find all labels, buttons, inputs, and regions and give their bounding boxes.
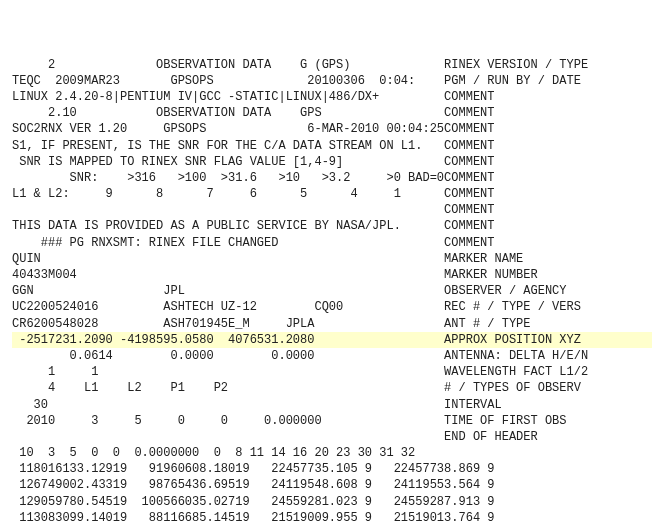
rinex-line-17: -2517231.2090 -4198595.0580 4076531.2080…: [12, 332, 652, 348]
rinex-line-22: 2010 3 5 0 0 0.000000 TIME OF FIRST OBS: [12, 413, 652, 429]
rinex-line-18: 0.0614 0.0000 0.0000 ANTENNA: DELTA H/E/…: [12, 348, 652, 364]
rinex-line-9: COMMENT: [12, 202, 652, 218]
rinex-line-12: QUIN MARKER NAME: [12, 251, 652, 267]
rinex-line-1: TEQC 2009MAR23 GPSOPS 20100306 0:04: PGM…: [12, 73, 652, 89]
rinex-line-21: 30 INTERVAL: [12, 397, 652, 413]
rinex-text-block: 2 OBSERVATION DATA G (GPS) RINEX VERSION…: [12, 57, 652, 525]
rinex-line-13: 40433M004 MARKER NUMBER: [12, 267, 652, 283]
rinex-line-27: 126749002.43319 98765436.69519 24119548.…: [12, 477, 652, 493]
rinex-line-3: 2.10 OBSERVATION DATA GPS COMMENT: [12, 105, 652, 121]
rinex-line-28: 129059780.54519 100566035.02719 24559281…: [12, 494, 652, 510]
rinex-line-6: SNR IS MAPPED TO RINEX SNR FLAG VALUE [1…: [12, 154, 652, 170]
rinex-line-0: 2 OBSERVATION DATA G (GPS) RINEX VERSION…: [12, 57, 652, 73]
rinex-line-19: 1 1 WAVELENGTH FACT L1/2: [12, 364, 652, 380]
rinex-line-20: 4 L1 L2 P1 P2 # / TYPES OF OBSERV: [12, 380, 652, 396]
rinex-line-5: S1, IF PRESENT, IS THE SNR FOR THE C/A D…: [12, 138, 652, 154]
rinex-line-7: SNR: >316 >100 >31.6 >10 >3.2 >0 BAD=0CO…: [12, 170, 652, 186]
rinex-line-26: 118016133.12919 91960608.18019 22457735.…: [12, 461, 652, 477]
rinex-line-8: L1 & L2: 9 8 7 6 5 4 1 COMMENT: [12, 186, 652, 202]
rinex-line-25: 10 3 5 0 0 0.0000000 0 8 11 14 16 20 23 …: [12, 445, 652, 461]
rinex-line-10: THIS DATA IS PROVIDED AS A PUBLIC SERVIC…: [12, 218, 652, 234]
rinex-line-4: SOC2RNX VER 1.20 GPSOPS 6-MAR-2010 00:04…: [12, 121, 652, 137]
rinex-line-11: ### PG RNXSMT: RINEX FILE CHANGED COMMEN…: [12, 235, 652, 251]
rinex-line-29: 113083099.14019 88116685.14519 21519009.…: [12, 510, 652, 525]
rinex-line-15: UC2200524016 ASHTECH UZ-12 CQ00 REC # / …: [12, 299, 652, 315]
rinex-line-2: LINUX 2.4.20-8|PENTIUM IV|GCC -STATIC|LI…: [12, 89, 652, 105]
rinex-line-16: CR6200548028 ASH701945E_M JPLA ANT # / T…: [12, 316, 652, 332]
rinex-line-23: END OF HEADER: [12, 429, 652, 445]
rinex-line-14: GGN JPL OBSERVER / AGENCY: [12, 283, 652, 299]
